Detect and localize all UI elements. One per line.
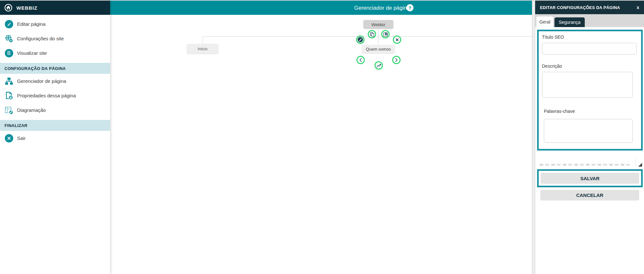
duplicate-page-icon[interactable]: [368, 30, 376, 38]
move-left-icon[interactable]: [356, 56, 365, 64]
descricao-label: Descrição: [542, 64, 562, 69]
page-manager-app: WEBBIZ Editar página: [0, 0, 644, 274]
save-button-highlight: SALVAR: [537, 169, 643, 187]
sidebar: WEBBIZ Editar página: [0, 1, 110, 274]
panel-scroll-divider: [636, 158, 636, 167]
tree-node-quem-somos[interactable]: Quem somos: [362, 45, 395, 53]
sidebar-item-sair[interactable]: Sair: [0, 131, 110, 145]
palavras-chave-textarea[interactable]: [544, 119, 633, 143]
tree-node-root[interactable]: Webbiz: [363, 20, 393, 29]
sidebar-section-configuracao-da-pagina: CONFIGURAÇÃO DA PÁGINA: [0, 63, 110, 74]
section-label: CONFIGURAÇÃO DA PÁGINA: [5, 66, 66, 71]
sidebar-item-label: Diagramação: [17, 107, 46, 113]
globe-gear-icon: [5, 34, 13, 43]
move-right-icon[interactable]: [392, 56, 401, 64]
preview-site-icon: [5, 49, 13, 57]
sitemap-icon: [5, 77, 13, 85]
tree-connector-inicio: [203, 36, 203, 44]
sidebar-item-gerenciador-de-pagina[interactable]: Gerenciador de página: [0, 74, 110, 88]
tree-connector-quem-somos: [378, 36, 378, 45]
clipped-content-row: [540, 164, 630, 166]
panel-title: EDITAR CONFIGURAÇÕES DA PÁGINA: [540, 5, 620, 10]
tab-geral[interactable]: Geral: [536, 16, 553, 27]
page-stats-icon[interactable]: [374, 61, 383, 70]
delete-page-icon[interactable]: [393, 35, 401, 44]
edit-page-settings-panel: EDITAR CONFIGURAÇÕES DA PÁGINA x Geral S…: [535, 1, 644, 274]
sidebar-item-label: Gerenciador de página: [17, 78, 66, 84]
page-properties-icon: [5, 91, 13, 100]
panel-header: EDITAR CONFIGURAÇÕES DA PÁGINA x: [535, 1, 644, 14]
page-tree-canvas: Webbiz Inicio Quem somos: [110, 15, 532, 274]
section-label: FINALIZAR: [5, 123, 27, 128]
seo-settings-form: Título SEO Descrição Palavras-chave: [537, 30, 643, 151]
close-icon[interactable]: x: [637, 5, 639, 10]
edit-page-icon[interactable]: [356, 35, 365, 44]
tree-connector-horizontal: [203, 36, 532, 37]
palavras-chave-label: Palavras-chave: [544, 109, 575, 114]
canvas-scrollbar[interactable]: [532, 1, 535, 274]
panel-tabs: Geral Segurança: [535, 14, 644, 27]
sidebar-item-editar-pagina[interactable]: Editar página: [0, 17, 110, 31]
layout-grid-icon: [5, 106, 13, 114]
open-in-new-window-icon[interactable]: [381, 30, 390, 38]
help-question-icon[interactable]: ?: [406, 4, 413, 11]
edit-pencil-icon: [5, 20, 13, 28]
home-icon: [4, 4, 13, 12]
brand-title: WEBBIZ: [16, 5, 37, 11]
sidebar-item-label: Visualizar site: [17, 50, 47, 56]
sidebar-item-label: Editar página: [17, 21, 45, 27]
sidebar-item-configuracoes-site[interactable]: Configurações do site: [0, 31, 110, 46]
tab-seguranca[interactable]: Segurança: [554, 17, 585, 27]
save-button[interactable]: SALVAR: [541, 173, 639, 184]
topbar: Gerenciador de página ?: [110, 1, 532, 15]
tree-node-inicio[interactable]: Inicio: [187, 44, 218, 54]
sidebar-item-label: Propriedades dessa página: [17, 93, 76, 98]
sidebar-section-finalizar: FINALIZAR: [0, 120, 110, 131]
sidebar-item-label: Configurações do site: [17, 36, 64, 41]
tree-connector-root: [378, 29, 378, 36]
sidebar-item-label: Sair: [17, 135, 26, 141]
titulo-seo-label: Título SEO: [542, 34, 564, 40]
sidebar-item-diagramacao[interactable]: Diagramação: [0, 103, 110, 117]
titulo-seo-input[interactable]: [542, 43, 637, 54]
cancel-button[interactable]: CANCELAR: [540, 190, 639, 201]
sidebar-item-visualizar-site[interactable]: Visualizar site: [0, 46, 110, 60]
sidebar-header: WEBBIZ: [0, 1, 110, 15]
exit-x-icon: [5, 134, 13, 142]
sidebar-item-propriedades-dessa-pagina[interactable]: Propriedades dessa página: [0, 88, 110, 103]
page-title: Gerenciador de página: [354, 5, 410, 11]
resize-grip-icon[interactable]: [638, 163, 642, 167]
descricao-textarea[interactable]: [542, 72, 633, 98]
